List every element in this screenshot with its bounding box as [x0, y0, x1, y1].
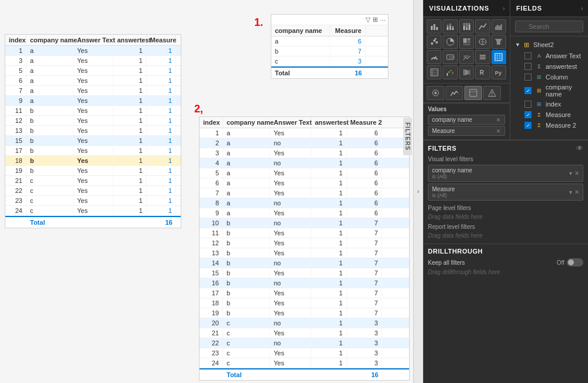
field-icon-answer: A: [535, 52, 543, 60]
viz-format-icon[interactable]: [427, 86, 444, 100]
svg-rect-47: [450, 70, 451, 71]
filter-pill-remove[interactable]: ✕: [574, 170, 579, 176]
table-row: 15 b Yes 1 7: [200, 268, 409, 278]
field-checkbox-measure2[interactable]: ✓: [524, 122, 531, 129]
field-icon-measure: Σ: [535, 111, 543, 119]
svg-rect-23: [467, 41, 470, 43]
fields-search-area: 🔍: [510, 17, 588, 36]
drillthrough-keep-row: Keep all filters Off: [428, 258, 583, 267]
value-pill-company[interactable]: company name ✕: [428, 115, 505, 125]
small-col-company: company name: [271, 25, 330, 36]
fields-expand-arrow[interactable]: ›: [576, 5, 588, 12]
svg-rect-5: [450, 26, 451, 30]
viz-icon-slicer[interactable]: [475, 50, 490, 64]
table-row: 18 b Yes 1 7: [200, 298, 409, 308]
filter-pill-measure-chevron[interactable]: ▾: [569, 189, 572, 195]
filters-section: FILTERS 👁 Visual level filters company n…: [423, 140, 588, 244]
table3-visual[interactable]: index company name Answer Text answertes…: [199, 116, 410, 381]
viz-icon-gauge[interactable]: [427, 50, 441, 64]
toggle-track[interactable]: [567, 258, 583, 267]
viz-icon-scatter[interactable]: [427, 35, 441, 49]
field-item-company-name[interactable]: ✓ ⊞ company name: [510, 82, 588, 99]
t1-col-index: index: [5, 35, 26, 45]
field-checkbox-answer[interactable]: [524, 52, 531, 59]
field-checkbox-index[interactable]: [524, 101, 531, 108]
viz-icon-waterfall[interactable]: [443, 65, 457, 79]
field-checkbox-column[interactable]: [524, 74, 531, 81]
search-input[interactable]: [515, 21, 583, 32]
t3-col-company: company name: [223, 117, 270, 128]
fields-group-sheet2[interactable]: ▼ ⊞ Sheet2: [510, 39, 588, 51]
viz-expand-arrow[interactable]: ›: [498, 5, 510, 12]
small-cell-7: 7: [330, 46, 366, 56]
table-row: 1 a Yes 1 1: [5, 46, 181, 56]
viz-icon-line[interactable]: [475, 19, 490, 34]
viz-icon-100pct[interactable]: [459, 19, 474, 34]
field-checkbox-measure[interactable]: ✓: [524, 111, 531, 118]
toolbar-filter-icon[interactable]: ▽: [366, 16, 370, 24]
small-table-header: company name Measure: [271, 25, 388, 36]
viz-drill-icon[interactable]: [483, 86, 501, 100]
filter-pill-measure[interactable]: Measure is (All) ▾ ✕: [428, 184, 583, 201]
toolbar-more-icon[interactable]: ···: [380, 16, 386, 24]
viz-icon-matrix[interactable]: [427, 65, 441, 79]
field-checkbox-answertest[interactable]: [524, 63, 531, 70]
viz-icon-card[interactable]: 123: [443, 50, 457, 64]
svg-rect-6: [450, 24, 451, 26]
value-pill-remove[interactable]: ✕: [496, 117, 501, 123]
collapse-panel-arrow[interactable]: ›: [414, 0, 423, 383]
toolbar-focus-icon[interactable]: ⊞: [373, 16, 378, 24]
table1-visual[interactable]: index company name Answer Text answertes…: [5, 34, 181, 228]
field-item-measure[interactable]: ✓ Σ Measure: [510, 109, 588, 120]
small-table-visual[interactable]: ▽ ⊞ ··· company name Measure a 6 b 7 c 3…: [271, 14, 388, 79]
filter-pill-chevron[interactable]: ▾: [569, 170, 572, 176]
field-item-answer-text[interactable]: A Answer Text: [510, 51, 588, 61]
svg-point-57: [491, 95, 493, 96]
small-row-b: b 7: [271, 46, 388, 56]
viz-analytics-icon[interactable]: [446, 86, 463, 100]
field-item-column[interactable]: ⊞ Column: [510, 72, 588, 82]
viz-icon-table[interactable]: [491, 50, 506, 64]
table-row: 12 b Yes 1 7: [200, 238, 409, 248]
viz-icon-r[interactable]: R: [475, 65, 490, 79]
t1-col-measure: Measure: [147, 35, 176, 45]
viz-icon-pie[interactable]: [443, 35, 457, 49]
viz-icon-area[interactable]: [491, 19, 506, 34]
filters-title: FILTERS: [428, 145, 457, 152]
field-item-measure2[interactable]: ✓ Σ Measure 2: [510, 120, 588, 131]
viz-icon-bar[interactable]: [427, 19, 441, 34]
field-item-answertest[interactable]: Σ answertest: [510, 61, 588, 72]
table-row: 11 b Yes 1 1: [5, 106, 181, 116]
viz-row-3: 123 KPI: [427, 50, 506, 64]
viz-fields-icon[interactable]: [464, 86, 482, 100]
filter-pill-measure-content: Measure is (All): [432, 186, 455, 198]
annotation-2: 2,: [194, 103, 203, 115]
field-label-measure: Measure: [546, 111, 571, 118]
table-row: 10 b no 1 7: [200, 218, 409, 228]
viz-icon-funnel[interactable]: [491, 35, 506, 49]
value-pill-measure[interactable]: Measure ✕: [428, 126, 505, 136]
drillthrough-toggle[interactable]: Off: [557, 258, 583, 267]
viz-icon-ribbon[interactable]: [459, 65, 474, 79]
viz-row-1: [427, 19, 506, 34]
table-row: 22 c no 1 3: [200, 338, 409, 348]
table-row: 6 a Yes 1 6: [200, 178, 409, 188]
field-checkbox-company[interactable]: ✓: [524, 87, 531, 94]
visualizations-label: VISUALIZATIONS: [423, 0, 498, 16]
viz-icon-python[interactable]: Py: [491, 65, 506, 79]
svg-rect-1: [433, 24, 435, 30]
filters-eye-icon[interactable]: 👁: [576, 144, 583, 152]
viz-icon-kpi[interactable]: KPI: [459, 50, 474, 64]
value-pill-remove[interactable]: ✕: [496, 128, 501, 134]
field-item-index[interactable]: ⊞ index: [510, 99, 588, 109]
filter-pill-company[interactable]: company name is (All) ▾ ✕: [428, 165, 583, 182]
table-row: 19 b Yes 1 7: [200, 308, 409, 318]
t1-col-answertest: answertest: [114, 35, 147, 45]
filter-pill-company-label: company name: [432, 167, 472, 174]
viz-icon-map[interactable]: [475, 35, 490, 49]
filter-pill-measure-remove[interactable]: ✕: [574, 189, 579, 195]
viz-icon-stacked-bar[interactable]: [443, 19, 457, 34]
viz-icon-treemap[interactable]: [459, 35, 474, 49]
annotation-1: 1.: [254, 16, 263, 29]
table-row: 20 c no 1 3: [200, 318, 409, 328]
